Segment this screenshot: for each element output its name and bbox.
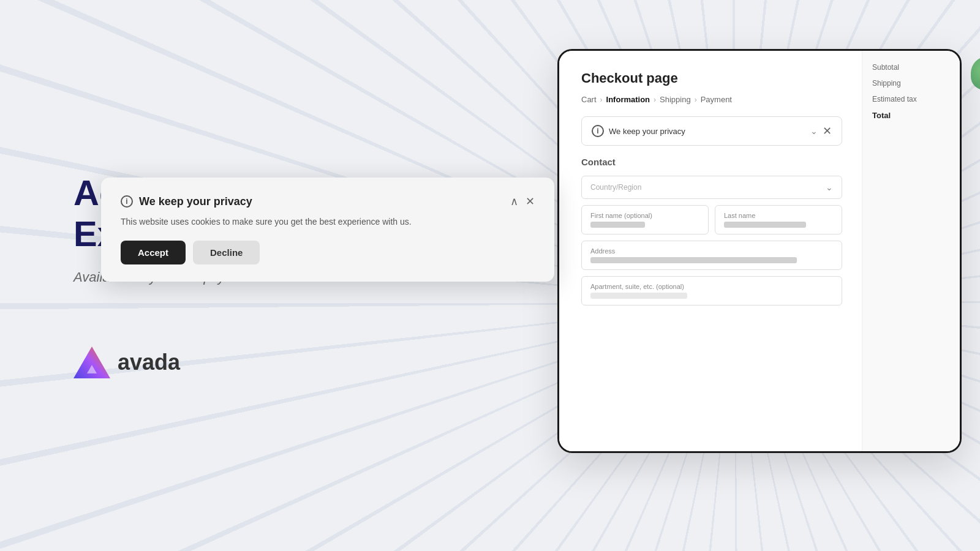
contact-section-label: Contact: [581, 157, 842, 167]
info-icon-checkout: i: [592, 125, 604, 137]
info-icon-popup: i: [121, 195, 133, 208]
avatar: [971, 56, 980, 90]
breadcrumb-sep-1: ›: [600, 96, 603, 104]
accept-button[interactable]: Accept: [121, 241, 186, 264]
popup-header-icons: ∧ ✕: [510, 195, 535, 208]
cookie-header: i We keep your privacy ∧ ✕: [121, 195, 535, 208]
breadcrumb-shipping[interactable]: Shipping: [660, 95, 691, 104]
breadcrumb-information[interactable]: Information: [606, 95, 650, 104]
tablet-wrapper: Checkout page Cart › Information › Shipp…: [557, 49, 980, 490]
close-icon-popup[interactable]: ✕: [526, 195, 535, 208]
tablet-frame: Checkout page Cart › Information › Shipp…: [557, 49, 962, 453]
last-name-value: [724, 222, 806, 228]
checkout-inner: Checkout page Cart › Information › Shipp…: [559, 51, 960, 451]
country-region-select[interactable]: Country/Region ⌄: [581, 176, 842, 199]
shipping-label: Shipping: [872, 79, 950, 88]
country-region-label: Country/Region: [590, 183, 641, 192]
total-label: Total: [872, 111, 950, 120]
privacy-banner-actions: ⌄ ✕: [810, 124, 832, 138]
subtotal-label: Subtotal: [872, 63, 950, 72]
breadcrumb: Cart › Information › Shipping › Payment: [581, 95, 842, 104]
address-value: [590, 257, 797, 263]
first-name-field[interactable]: First name (optional): [581, 205, 709, 234]
checkout-main: Checkout page Cart › Information › Shipp…: [559, 51, 862, 451]
privacy-banner-text: We keep your privacy: [609, 127, 685, 136]
last-name-field[interactable]: Last name: [715, 205, 842, 234]
avada-logo: avada: [74, 347, 429, 378]
first-name-value: [590, 222, 645, 228]
breadcrumb-sep-3: ›: [695, 96, 697, 104]
chevron-up-icon[interactable]: ∧: [510, 195, 518, 208]
avada-name-text: avada: [118, 350, 180, 375]
checkout-title: Checkout page: [581, 70, 842, 86]
last-name-label: Last name: [724, 212, 833, 219]
breadcrumb-cart[interactable]: Cart: [581, 95, 597, 104]
name-row: First name (optional) Last name: [581, 205, 842, 234]
privacy-banner-left: i We keep your privacy: [592, 125, 685, 137]
cookie-description: This website uses cookies to make sure y…: [121, 216, 535, 228]
chevron-down-icon[interactable]: ⌄: [810, 126, 818, 136]
decline-button[interactable]: Decline: [193, 241, 260, 264]
svg-marker-0: [74, 347, 110, 378]
address-field[interactable]: Address: [581, 241, 842, 270]
apartment-label: Apartment, suite, etc. (optional): [590, 283, 833, 290]
estimated-tax-label: Estimated tax: [872, 95, 950, 103]
cookie-popup: i We keep your privacy ∧ ✕ This website …: [101, 178, 554, 282]
avada-icon: [74, 347, 110, 378]
apartment-value: [590, 293, 687, 299]
cookie-actions: Accept Decline: [121, 241, 535, 264]
order-summary: Subtotal Shipping Estimated tax Total: [862, 51, 960, 451]
cookie-header-left: i We keep your privacy: [121, 195, 252, 208]
breadcrumb-sep-2: ›: [654, 96, 656, 104]
breadcrumb-payment[interactable]: Payment: [701, 95, 732, 104]
privacy-banner-checkout: i We keep your privacy ⌄ ✕: [581, 116, 842, 146]
first-name-label: First name (optional): [590, 212, 699, 219]
close-icon-banner[interactable]: ✕: [823, 124, 832, 138]
cookie-title: We keep your privacy: [139, 195, 252, 208]
address-label: Address: [590, 247, 833, 255]
dropdown-chevron-icon: ⌄: [826, 182, 833, 192]
apartment-field[interactable]: Apartment, suite, etc. (optional): [581, 276, 842, 305]
